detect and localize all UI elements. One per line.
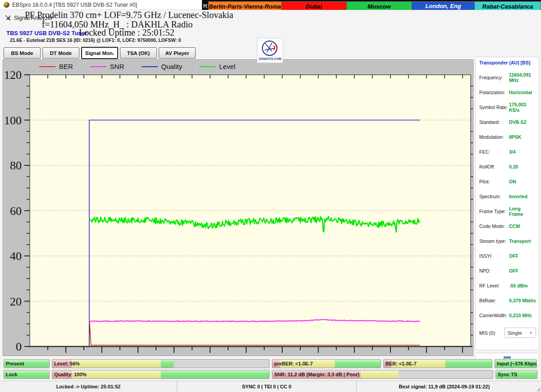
dxsatcs-logo-text: DXSATCS.COM bbox=[259, 57, 281, 60]
tp-label: Stream type: bbox=[479, 238, 509, 244]
tab-bs-mode[interactable]: BS Mode bbox=[4, 47, 41, 59]
indicator-ber: BER: <1.0E-7 bbox=[383, 359, 492, 368]
y-tick-label: 80 bbox=[10, 159, 22, 172]
tp-value: CCM bbox=[509, 223, 536, 229]
tp-label: RollOff: bbox=[479, 164, 509, 169]
tp-row-stream-type: Stream type:Transport bbox=[479, 233, 536, 248]
tp-row-rf-level: RF Level:-55 dBm bbox=[479, 278, 536, 293]
mis-dropdown[interactable]: Single ▼ bbox=[504, 328, 536, 338]
locked-uptime: Locked Uptime : 25:01:52 bbox=[79, 27, 174, 38]
tp-value: OFF bbox=[509, 253, 536, 259]
indicator-segment-yellow bbox=[361, 370, 398, 378]
tp-row-modulation: Modulation:8PSK bbox=[479, 129, 536, 144]
tp-label: BitRate: bbox=[479, 298, 509, 303]
tp-row-pilot: Pilot:ON bbox=[479, 174, 536, 189]
tp-value: 175,003 KS/s bbox=[509, 102, 536, 113]
resize-grip[interactable] bbox=[532, 381, 541, 392]
mis-row: MIS (0): Single ▼ bbox=[479, 328, 536, 338]
clock-city-name: London, Eng bbox=[412, 2, 475, 11]
tp-row-symbol-rate: Symbol Rate:175,003 KS/s bbox=[479, 100, 536, 114]
tp-value: 0,379 Mbit/s bbox=[509, 298, 536, 303]
tp-value: 0,210 MHz bbox=[509, 313, 536, 318]
tp-value: Long Frame bbox=[509, 206, 536, 217]
statusbar: Locked -> Uptime: 25:01:52 SYNC 0 | TEI … bbox=[0, 381, 541, 392]
dxsatcs-logo: DXSATCS.COM bbox=[257, 38, 283, 63]
tp-row-bitrate: BitRate:0,379 Mbit/s bbox=[479, 293, 536, 308]
tp-row-frequency: Frequency:11604,091 MHz bbox=[479, 70, 536, 85]
tp-label: ISSYI bbox=[479, 253, 509, 259]
statusbar-uptime: Locked -> Uptime: 25:01:52 bbox=[0, 381, 177, 392]
tp-label: Modulation: bbox=[479, 134, 509, 140]
tp-row-npd: NPD:OFF bbox=[479, 263, 536, 278]
satellite-info: 21.6E - Eutelsat 21B SES 16 (ID: 0216) @… bbox=[10, 37, 181, 43]
transponder-title: Transponder (AU) [BS] bbox=[479, 60, 530, 65]
tp-row-carrierwidth: CarrierWidth:0,210 MHz bbox=[479, 308, 536, 323]
tp-value: -55 dBm bbox=[509, 283, 536, 288]
tp-label: RF Level: bbox=[479, 283, 509, 288]
tp-label: Pilot: bbox=[479, 179, 509, 184]
tp-value: OFF bbox=[509, 268, 536, 273]
tp-label: Polarization: bbox=[479, 90, 509, 95]
tp-row-polarization: Polarization:Horizontal bbox=[479, 85, 536, 100]
y-tick-label: 100 bbox=[4, 114, 22, 127]
tp-label: Standard: bbox=[479, 119, 509, 125]
tab-signal-mon[interactable]: Signal Mon. bbox=[81, 47, 118, 59]
indicator-segment-yellow bbox=[72, 360, 160, 368]
tp-label: CarrierWidth: bbox=[479, 313, 509, 318]
indicator-segment-green bbox=[161, 370, 270, 378]
indicator-label: Input (~376 Kbps) bbox=[497, 360, 537, 368]
app-titlebar: EBSpro 18.0.0.4 [TBS 5927 USB DVB-S2 Tun… bbox=[0, 0, 206, 10]
app-title: EBSpro 18.0.0.4 [TBS 5927 USB DVB-S2 Tun… bbox=[12, 2, 137, 8]
y-tick-label: 40 bbox=[10, 250, 22, 263]
tp-row-standard: Standard:DVB-S2 bbox=[479, 114, 536, 129]
indicator-level: Level: 56% bbox=[52, 359, 270, 368]
transponder-panel: Transponder (AU) [BS] Frequency:11604,09… bbox=[475, 57, 539, 350]
indicator-lock: Lock bbox=[4, 370, 50, 379]
tp-row-rolloff: RollOff:0.20 bbox=[479, 159, 536, 174]
indicator-label: Lock bbox=[6, 370, 18, 378]
signal-analyzer-window: Signal Analyzer PF Prodelin 370 cm+ LOF=… bbox=[0, 10, 541, 392]
tuner-name: TBS 5927 USB DVB-S2 Tuner bbox=[6, 30, 87, 36]
tab-av-player[interactable]: AV Player bbox=[159, 47, 196, 59]
tp-label: Spectrum: bbox=[479, 194, 509, 199]
indicator-row-2: LockQuality: 100%SNR: 11,2 dB (Margin: 3… bbox=[4, 370, 537, 379]
tp-value: 8PSK bbox=[509, 134, 536, 140]
statusbar-best-signal: Best signal: 11,9 dB (2024-09-19 01:22) bbox=[356, 381, 532, 392]
indicator-quality: Quality: 100% bbox=[52, 370, 270, 379]
tab-dt-mode[interactable]: DT Mode bbox=[42, 47, 79, 59]
satellite-dish-icon bbox=[5, 14, 11, 21]
chevron-down-icon: ▼ bbox=[529, 331, 533, 335]
indicator-label: Present bbox=[6, 360, 24, 368]
indicator-segment-green bbox=[445, 360, 492, 368]
tp-label: Symbol Rate: bbox=[479, 105, 509, 110]
mis-label: MIS (0): bbox=[479, 330, 504, 336]
mis-selected-value: Single bbox=[508, 330, 522, 336]
tp-row-spectrum: Spectrum:Inverted bbox=[479, 189, 536, 204]
indicator-segment-green bbox=[161, 360, 174, 368]
indicator-present: Present bbox=[4, 359, 50, 368]
tp-value: 3/4 bbox=[509, 149, 536, 155]
y-tick-label: 120 bbox=[4, 68, 22, 82]
antenna-title: PF Prodelin 370 cm+ LOF=9.75 GHz / Lucen… bbox=[25, 10, 210, 20]
tp-value: Transport bbox=[509, 238, 536, 244]
tp-row-fec: FEC:3/4 bbox=[479, 144, 536, 159]
tp-value: Horizontal bbox=[509, 90, 536, 95]
transponder-rows: Frequency:11604,091 MHzPolarization:Hori… bbox=[479, 70, 536, 323]
tp-value: ON bbox=[509, 179, 536, 184]
tab-tsa-ok[interactable]: TSA (OK) bbox=[120, 47, 157, 59]
tp-row-code-mode: Code Mode:CCM bbox=[479, 219, 536, 233]
indicator-input-376-kbps: Input (~376 Kbps) bbox=[495, 359, 537, 368]
indicator-preber: preBER: <1.0E-7 bbox=[272, 359, 381, 368]
app-icon bbox=[4, 2, 9, 8]
tp-label: Code Mode: bbox=[479, 223, 509, 229]
tp-label: Frequency: bbox=[479, 75, 509, 80]
indicator-label: Quality: 100% bbox=[54, 370, 87, 378]
y-tick-label: 0 bbox=[16, 340, 22, 353]
indicator-snr: SNR: 11,2 dB (Margin: 3,3 dB | Poor) bbox=[272, 370, 493, 379]
chart-panel: BERSNRQualityLevel 020406080100120 bbox=[3, 59, 473, 356]
indicator-label: preBER: <1.0E-7 bbox=[274, 360, 313, 368]
tab-bar: BS ModeDT ModeSignal Mon.TSA (OK)AV Play… bbox=[4, 47, 196, 59]
indicator-label: Level: 56% bbox=[54, 360, 80, 368]
dxsatcs-logo-icon bbox=[261, 39, 279, 57]
indicator-row-1: PresentLevel: 56%preBER: <1.0E-7BER: <1.… bbox=[4, 359, 537, 368]
